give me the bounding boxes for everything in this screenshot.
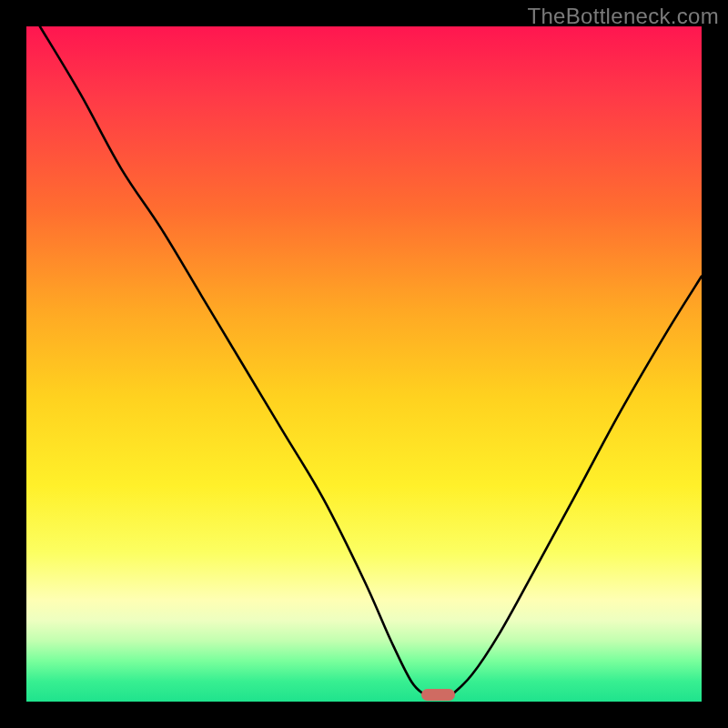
optimal-marker — [421, 689, 455, 701]
plot-area — [26, 26, 702, 702]
left-curve — [40, 26, 425, 695]
chart-frame: TheBottleneck.com — [0, 0, 728, 728]
right-curve — [451, 277, 702, 695]
bottleneck-curves — [26, 26, 702, 702]
watermark-label: TheBottleneck.com — [527, 4, 719, 29]
